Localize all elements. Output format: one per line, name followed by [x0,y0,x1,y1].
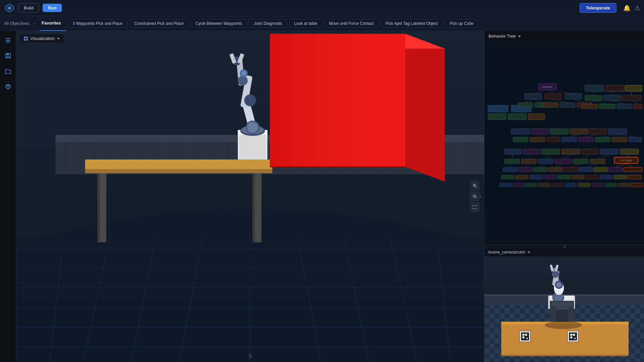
3d-viewport[interactable]: Visualization [16,31,484,362]
svg-rect-221 [530,175,542,179]
svg-rect-185 [600,149,618,154]
svg-point-84 [247,122,258,133]
svg-rect-186 [620,149,639,154]
main-content: Visualization [0,31,644,362]
svg-rect-231 [525,183,537,187]
build-button[interactable]: Build [18,3,39,12]
svg-rect-112 [528,114,545,120]
svg-rect-281 [552,302,572,306]
svg-rect-238 [618,183,630,187]
svg-rect-169 [595,137,610,142]
svg-rect-136 [625,85,642,91]
visualization-header[interactable]: Visualization [20,34,63,43]
tab-look[interactable]: Look at table [289,19,322,28]
svg-rect-8 [6,56,10,58]
svg-marker-16 [57,38,60,40]
svg-rect-4 [6,40,10,41]
svg-marker-106 [518,36,521,37]
tab-constrained[interactable]: Constrained Pick and Place [129,19,189,28]
layers-icon[interactable] [3,35,13,46]
svg-rect-158 [608,129,627,134]
svg-rect-111 [508,114,526,120]
svg-rect-230 [512,183,524,187]
teleoperate-button[interactable]: Teleoperate [580,3,616,13]
svg-rect-155 [550,129,568,134]
svg-rect-165 [530,137,545,142]
svg-point-264 [556,282,562,287]
svg-rect-275 [569,332,577,341]
svg-rect-71 [85,160,272,169]
svg-rect-229 [500,183,511,187]
behavior-tree-title: Behavior Tree [489,34,516,39]
all-objectives-label[interactable]: All Objectives [4,21,32,26]
svg-rect-206 [563,167,578,172]
svg-rect-205 [548,167,562,172]
svg-rect-183 [562,149,580,154]
svg-rect-277 [573,334,575,336]
svg-rect-5 [6,42,10,42]
svg-rect-220 [515,175,528,179]
fullscreen-button[interactable] [470,202,479,212]
svg-rect-7 [7,53,9,55]
svg-rect-108 [488,105,508,112]
svg-rect-3 [6,38,10,39]
behavior-tree-header[interactable]: Behavior Tree [485,31,644,42]
svg-rect-143 [599,104,615,109]
tab-force[interactable]: Move until Force Contact [324,19,379,28]
svg-rect-209 [608,167,623,172]
svg-rect-202 [503,167,517,172]
svg-rect-227 [614,175,627,179]
svg-rect-180 [505,149,521,154]
camera-header[interactable]: /scene_camera/color [485,248,644,257]
3d-scene[interactable] [16,31,484,362]
tab-april[interactable]: Pick April Tag Labeled Object [380,19,443,28]
svg-rect-76 [252,173,255,242]
svg-rect-72 [85,169,272,173]
panel-resize-divider[interactable]: ⇅ [485,245,644,248]
folder-icon[interactable] [3,66,13,77]
svg-rect-222 [544,175,556,179]
svg-rect-157 [590,129,607,134]
svg-rect-283 [557,307,568,310]
tab-joint[interactable]: Joint Diagnostic [249,19,287,28]
svg-rect-276 [570,334,572,336]
svg-rect-239 [631,183,643,187]
behavior-tree-canvas[interactable]: Sequence [485,42,644,243]
zoom-in-button[interactable] [470,181,479,190]
svg-rect-110 [488,114,506,120]
svg-marker-94 [405,34,445,182]
svg-rect-234 [565,183,577,187]
svg-rect-119 [545,94,562,99]
svg-rect-145 [633,104,643,109]
svg-rect-189 [505,159,520,164]
svg-rect-139 [585,95,602,101]
svg-rect-184 [582,149,598,154]
save-icon[interactable] [3,50,13,61]
svg-point-88 [238,76,247,85]
tab-3waypoints[interactable]: 3 Waypoints Pick and Place [68,19,128,28]
alert-icon[interactable]: ⚠ [635,4,640,12]
notification-icon[interactable]: 🔔 [623,4,631,12]
zoom-out-button[interactable] [470,192,479,201]
svg-rect-267 [501,355,629,356]
svg-rect-233 [552,183,563,187]
svg-rect-168 [578,137,593,142]
svg-rect-191 [538,159,553,164]
svg-point-2 [8,7,10,9]
tab-cycle[interactable]: Cycle Between Waypoints [190,19,247,28]
run-button[interactable]: Run [43,4,62,12]
behavior-tree-panel: Behavior Tree [485,31,644,245]
favorites-tab[interactable]: Favorites [40,16,66,31]
svg-line-100 [476,187,477,188]
svg-point-284 [545,321,582,329]
svg-rect-107 [485,75,644,209]
svg-rect-208 [593,167,607,172]
tab-pickup[interactable]: Pick up Cube [445,19,478,28]
viewport-resize-vertical[interactable]: ⇅ [248,353,252,359]
svg-rect-226 [600,175,612,179]
svg-rect-219 [501,175,514,179]
package-icon[interactable] [3,81,13,92]
svg-rect-124 [518,103,533,107]
svg-rect-236 [592,183,603,187]
camera-feed [485,248,644,362]
